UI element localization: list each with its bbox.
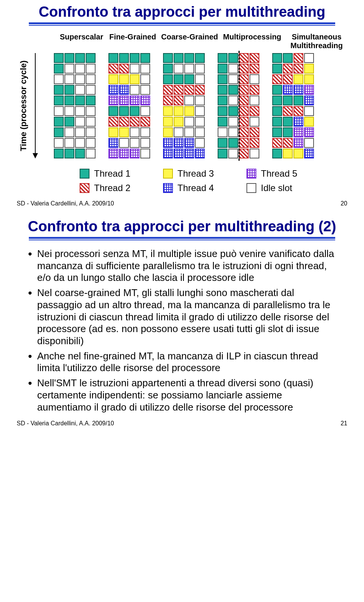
issue-slot [75, 127, 85, 137]
issue-slot [54, 74, 64, 84]
issue-slot [184, 117, 194, 127]
issue-slot [249, 74, 259, 84]
swatch-idle-icon [246, 183, 256, 193]
issue-slot [272, 127, 282, 137]
issue-slot [283, 64, 293, 74]
issue-slot [130, 53, 140, 63]
issue-slot [283, 74, 293, 84]
issue-slot [64, 127, 74, 137]
issue-slot [119, 53, 129, 63]
issue-slot [163, 53, 173, 63]
issue-slot [54, 127, 64, 137]
issue-slot [239, 64, 249, 74]
issue-slot [140, 117, 150, 127]
issue-slot [108, 53, 118, 63]
issue-slot [163, 96, 173, 105]
issue-slot [272, 106, 282, 116]
issue-slot [108, 74, 118, 84]
issue-slot [218, 64, 228, 74]
issue-slot [130, 96, 140, 105]
issue-slot [64, 53, 74, 63]
issue-slot [75, 96, 85, 105]
issue-slot [283, 149, 293, 158]
issue-slot [75, 117, 85, 127]
header-smt: Simultaneous Multithreading [284, 33, 349, 50]
y-axis-label-wrap: Time (processor cycle) [15, 53, 32, 158]
issue-slot [195, 96, 205, 105]
issue-slot [218, 106, 228, 116]
issue-slot [163, 74, 173, 84]
issue-slot [184, 85, 194, 95]
issue-slot [75, 106, 85, 116]
issue-slot [195, 149, 205, 158]
issue-slot [228, 96, 238, 105]
issue-slot [239, 74, 249, 84]
issue-slot [163, 138, 173, 148]
issue-slot [174, 117, 184, 127]
grid-superscalar [54, 53, 96, 158]
issue-slot [108, 96, 118, 105]
issue-slot [75, 138, 85, 148]
issue-slot [239, 53, 249, 63]
issue-slot [140, 96, 150, 105]
issue-slot [119, 64, 129, 74]
issue-slot [140, 64, 150, 74]
issue-slot [119, 149, 129, 158]
issue-slot [163, 127, 173, 137]
issue-slot [293, 53, 303, 63]
issue-slot [218, 74, 228, 84]
issue-slot [272, 64, 282, 74]
issue-slot [64, 64, 74, 74]
legend-t3: Thread 3 [163, 168, 246, 179]
issue-slot [140, 85, 150, 95]
issue-slot [140, 53, 150, 63]
grid-simultaneous-multithreading [272, 53, 314, 158]
title-rule-thick-2 [29, 237, 335, 239]
swatch-t5-icon [246, 169, 256, 179]
issue-slot [119, 138, 129, 148]
bullet-2: Nel coarse-grained MT, gli stalli lunghi… [27, 287, 337, 347]
issue-slot [228, 64, 238, 74]
issue-slot [293, 149, 303, 158]
issue-slot [130, 74, 140, 84]
issue-slot [293, 74, 303, 84]
issue-slot [174, 106, 184, 116]
issue-slot [249, 106, 259, 116]
issue-slot [86, 127, 96, 137]
issue-slot [218, 149, 228, 158]
issue-slot [174, 127, 184, 137]
issue-slot [54, 106, 64, 116]
issue-slot [174, 74, 184, 84]
issue-slot [283, 117, 293, 127]
issue-slot [119, 96, 129, 105]
title-rule-thick [29, 22, 335, 24]
issue-slot [249, 117, 259, 127]
issue-slot [86, 149, 96, 158]
issue-slot [272, 53, 282, 63]
issue-slot [140, 149, 150, 158]
issue-slot [249, 149, 259, 158]
issue-slot [130, 85, 140, 95]
issue-slot [272, 96, 282, 105]
issue-slot [195, 138, 205, 148]
issue-slot [239, 127, 249, 137]
issue-slot [249, 96, 259, 105]
issue-slot [272, 85, 282, 95]
legend-label: Idle slot [261, 183, 292, 193]
issue-slot [54, 85, 64, 95]
issue-slot [108, 149, 118, 158]
issue-slot [64, 149, 74, 158]
issue-slot [108, 64, 118, 74]
issue-slot [86, 117, 96, 127]
slide-1: Confronto tra approcci per multithreadin… [0, 0, 364, 215]
swatch-t4-icon [163, 183, 173, 193]
issue-slot [184, 138, 194, 148]
issue-slot [304, 138, 314, 148]
issue-slot [239, 138, 249, 148]
issue-slot [130, 64, 140, 74]
legend-t2: Thread 2 [80, 183, 163, 193]
thread-legend: Thread 1Thread 3Thread 5Thread 2Thread 4… [80, 168, 349, 193]
issue-slot [293, 117, 303, 127]
issue-slot [54, 64, 64, 74]
issue-slot [119, 74, 129, 84]
